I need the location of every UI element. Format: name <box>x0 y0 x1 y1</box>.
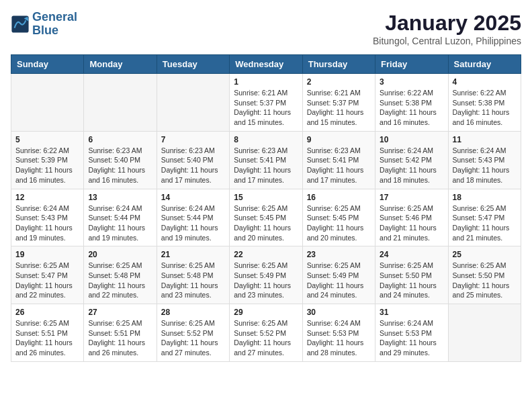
location-title: Bitungol, Central Luzon, Philippines <box>373 36 521 46</box>
calendar-cell <box>11 74 84 132</box>
calendar-cell: 7Sunrise: 6:23 AM Sunset: 5:40 PM Daylig… <box>157 131 229 189</box>
day-info: Sunrise: 6:25 AM Sunset: 5:51 PM Dayligh… <box>15 318 79 358</box>
calendar-cell: 9Sunrise: 6:23 AM Sunset: 5:41 PM Daylig… <box>302 131 375 189</box>
calendar-cell: 20Sunrise: 6:25 AM Sunset: 5:48 PM Dayli… <box>84 246 157 304</box>
day-number: 4 <box>453 77 517 87</box>
calendar-cell: 3Sunrise: 6:22 AM Sunset: 5:38 PM Daylig… <box>375 74 448 132</box>
calendar-cell: 26Sunrise: 6:25 AM Sunset: 5:51 PM Dayli… <box>11 304 84 362</box>
day-number: 25 <box>453 250 517 259</box>
day-number: 15 <box>234 193 298 202</box>
day-number: 23 <box>307 250 371 259</box>
day-number: 27 <box>88 308 152 317</box>
col-header-saturday: Saturday <box>448 55 521 74</box>
calendar-cell: 11Sunrise: 6:24 AM Sunset: 5:43 PM Dayli… <box>448 131 521 189</box>
day-info: Sunrise: 6:25 AM Sunset: 5:48 PM Dayligh… <box>88 261 152 300</box>
day-number: 28 <box>161 308 225 317</box>
day-number: 26 <box>15 308 79 317</box>
calendar-cell: 24Sunrise: 6:25 AM Sunset: 5:50 PM Dayli… <box>375 246 448 304</box>
day-info: Sunrise: 6:24 AM Sunset: 5:44 PM Dayligh… <box>161 203 225 243</box>
day-number: 31 <box>380 308 443 317</box>
day-info: Sunrise: 6:24 AM Sunset: 5:43 PM Dayligh… <box>453 146 517 185</box>
calendar-cell: 22Sunrise: 6:25 AM Sunset: 5:49 PM Dayli… <box>230 246 302 304</box>
calendar-cell: 31Sunrise: 6:24 AM Sunset: 5:53 PM Dayli… <box>375 304 448 362</box>
day-number: 9 <box>307 135 371 144</box>
day-info: Sunrise: 6:21 AM Sunset: 5:37 PM Dayligh… <box>234 88 298 128</box>
calendar-cell: 28Sunrise: 6:25 AM Sunset: 5:52 PM Dayli… <box>157 304 229 362</box>
day-number: 24 <box>380 250 443 259</box>
day-info: Sunrise: 6:21 AM Sunset: 5:37 PM Dayligh… <box>307 88 371 128</box>
col-header-sunday: Sunday <box>11 55 84 74</box>
day-info: Sunrise: 6:25 AM Sunset: 5:47 PM Dayligh… <box>15 261 79 300</box>
day-info: Sunrise: 6:24 AM Sunset: 5:43 PM Dayligh… <box>15 203 79 243</box>
calendar-cell: 27Sunrise: 6:25 AM Sunset: 5:51 PM Dayli… <box>84 304 157 362</box>
col-header-monday: Monday <box>84 55 157 74</box>
calendar-cell: 14Sunrise: 6:24 AM Sunset: 5:44 PM Dayli… <box>157 189 229 246</box>
calendar-cell: 16Sunrise: 6:25 AM Sunset: 5:45 PM Dayli… <box>302 189 375 246</box>
calendar-cell: 8Sunrise: 6:23 AM Sunset: 5:41 PM Daylig… <box>230 131 302 189</box>
day-number: 7 <box>161 135 225 144</box>
day-info: Sunrise: 6:25 AM Sunset: 5:52 PM Dayligh… <box>161 318 225 358</box>
col-header-friday: Friday <box>375 55 448 74</box>
day-info: Sunrise: 6:24 AM Sunset: 5:44 PM Dayligh… <box>88 203 152 243</box>
day-number: 16 <box>307 193 371 202</box>
calendar-cell: 18Sunrise: 6:25 AM Sunset: 5:47 PM Dayli… <box>448 189 521 246</box>
calendar-cell: 1Sunrise: 6:21 AM Sunset: 5:37 PM Daylig… <box>230 74 302 132</box>
calendar-week-row: 5Sunrise: 6:22 AM Sunset: 5:39 PM Daylig… <box>11 131 521 189</box>
page-header: General Blue January 2025 Bitungol, Cent… <box>11 11 521 46</box>
day-info: Sunrise: 6:23 AM Sunset: 5:41 PM Dayligh… <box>307 146 371 185</box>
calendar-cell <box>157 74 229 132</box>
day-number: 18 <box>453 193 517 202</box>
day-number: 14 <box>161 193 225 202</box>
day-number: 19 <box>15 250 79 259</box>
day-info: Sunrise: 6:25 AM Sunset: 5:45 PM Dayligh… <box>307 203 371 243</box>
day-info: Sunrise: 6:23 AM Sunset: 5:40 PM Dayligh… <box>161 146 225 185</box>
calendar-week-row: 19Sunrise: 6:25 AM Sunset: 5:47 PM Dayli… <box>11 246 521 304</box>
calendar-cell: 25Sunrise: 6:25 AM Sunset: 5:50 PM Dayli… <box>448 246 521 304</box>
day-number: 8 <box>234 135 298 144</box>
day-info: Sunrise: 6:22 AM Sunset: 5:38 PM Dayligh… <box>380 88 443 128</box>
calendar-cell: 21Sunrise: 6:25 AM Sunset: 5:48 PM Dayli… <box>157 246 229 304</box>
day-info: Sunrise: 6:22 AM Sunset: 5:39 PM Dayligh… <box>15 146 79 185</box>
day-number: 12 <box>15 193 79 202</box>
day-number: 2 <box>307 77 371 87</box>
day-number: 11 <box>453 135 517 144</box>
logo-text: General Blue <box>32 11 77 38</box>
day-number: 21 <box>161 250 225 259</box>
calendar-cell <box>84 74 157 132</box>
calendar-cell: 15Sunrise: 6:25 AM Sunset: 5:45 PM Dayli… <box>230 189 302 246</box>
day-info: Sunrise: 6:24 AM Sunset: 5:42 PM Dayligh… <box>380 146 443 185</box>
calendar-cell <box>448 304 521 362</box>
day-number: 5 <box>15 135 79 144</box>
day-info: Sunrise: 6:23 AM Sunset: 5:40 PM Dayligh… <box>88 146 152 185</box>
calendar-cell: 2Sunrise: 6:21 AM Sunset: 5:37 PM Daylig… <box>302 74 375 132</box>
day-number: 30 <box>307 308 371 317</box>
calendar-week-row: 12Sunrise: 6:24 AM Sunset: 5:43 PM Dayli… <box>11 189 521 246</box>
day-number: 17 <box>380 193 443 202</box>
day-number: 29 <box>234 308 298 317</box>
col-header-tuesday: Tuesday <box>157 55 229 74</box>
logo-general: General <box>32 10 77 24</box>
day-info: Sunrise: 6:25 AM Sunset: 5:52 PM Dayligh… <box>234 318 298 358</box>
day-info: Sunrise: 6:25 AM Sunset: 5:49 PM Dayligh… <box>234 261 298 300</box>
calendar-cell: 17Sunrise: 6:25 AM Sunset: 5:46 PM Dayli… <box>375 189 448 246</box>
day-info: Sunrise: 6:24 AM Sunset: 5:53 PM Dayligh… <box>307 318 371 358</box>
day-number: 3 <box>380 77 443 87</box>
day-number: 10 <box>380 135 443 144</box>
calendar-cell: 13Sunrise: 6:24 AM Sunset: 5:44 PM Dayli… <box>84 189 157 246</box>
day-info: Sunrise: 6:22 AM Sunset: 5:38 PM Dayligh… <box>453 88 517 128</box>
month-title: January 2025 <box>373 11 521 36</box>
day-info: Sunrise: 6:23 AM Sunset: 5:41 PM Dayligh… <box>234 146 298 185</box>
logo: General Blue <box>11 11 77 38</box>
day-info: Sunrise: 6:25 AM Sunset: 5:51 PM Dayligh… <box>88 318 152 358</box>
day-info: Sunrise: 6:25 AM Sunset: 5:50 PM Dayligh… <box>453 261 517 300</box>
calendar-header-row: SundayMondayTuesdayWednesdayThursdayFrid… <box>11 55 521 74</box>
logo-blue: Blue <box>32 24 77 38</box>
calendar-week-row: 26Sunrise: 6:25 AM Sunset: 5:51 PM Dayli… <box>11 304 521 362</box>
day-info: Sunrise: 6:25 AM Sunset: 5:47 PM Dayligh… <box>453 203 517 243</box>
calendar-cell: 19Sunrise: 6:25 AM Sunset: 5:47 PM Dayli… <box>11 246 84 304</box>
calendar-cell: 23Sunrise: 6:25 AM Sunset: 5:49 PM Dayli… <box>302 246 375 304</box>
day-number: 20 <box>88 250 152 259</box>
day-info: Sunrise: 6:25 AM Sunset: 5:46 PM Dayligh… <box>380 203 443 243</box>
day-info: Sunrise: 6:25 AM Sunset: 5:45 PM Dayligh… <box>234 203 298 243</box>
calendar-table: SundayMondayTuesdayWednesdayThursdayFrid… <box>11 54 521 362</box>
